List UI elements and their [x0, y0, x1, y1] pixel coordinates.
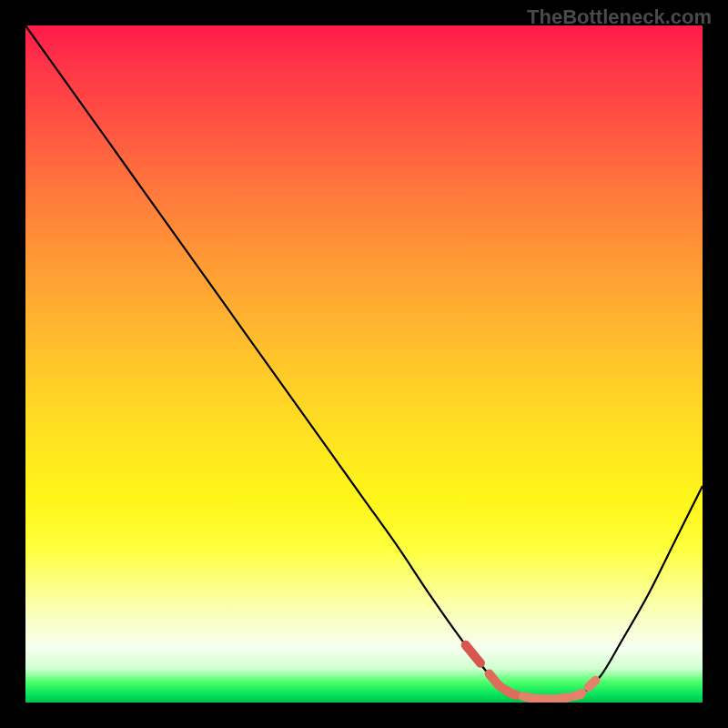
curve-svg [25, 25, 703, 703]
plot-area [25, 25, 703, 703]
optimal-zone-highlight [466, 645, 596, 699]
bottleneck-curve-path [25, 25, 703, 699]
watermark-text: TheBottleneck.com [527, 5, 712, 29]
